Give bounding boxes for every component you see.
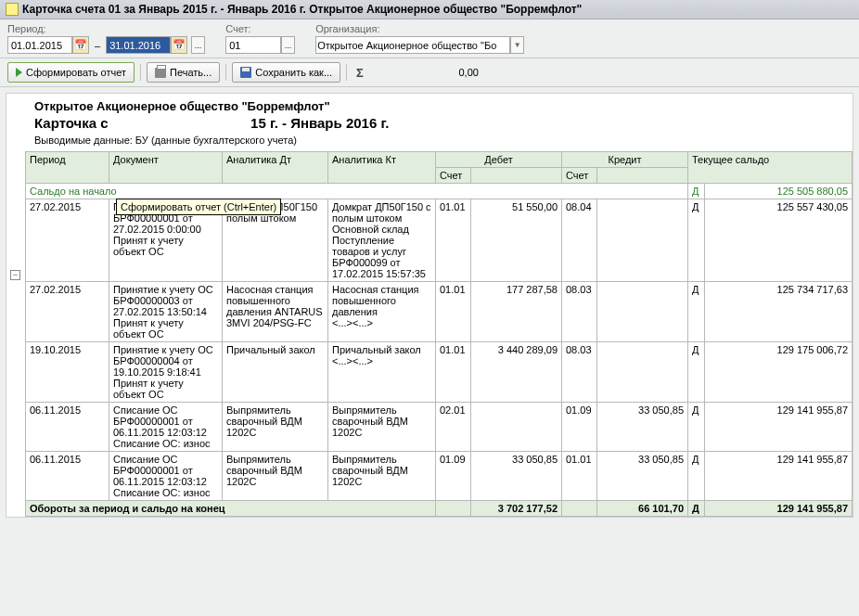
col-balance: Текущее сальдо: [688, 152, 853, 184]
filter-bar: Период: 📅 – 📅 ... Счет: ... Организация:…: [0, 19, 859, 58]
org-label: Организация:: [315, 23, 524, 34]
calendar-icon[interactable]: 📅: [72, 36, 89, 54]
start-balance-dk: Д: [688, 184, 705, 199]
save-as-button[interactable]: Сохранить как...: [232, 62, 340, 83]
separator: [225, 64, 226, 81]
period-label: Период:: [7, 23, 205, 34]
separator: [140, 64, 141, 81]
col-an-dt: Аналитика Дт: [223, 152, 328, 184]
print-button[interactable]: Печать...: [147, 62, 220, 83]
save-as-label: Сохранить как...: [255, 67, 332, 78]
report-area: Сформировать отчет (Ctrl+Enter) Открытое…: [6, 93, 853, 518]
col-period: Период: [26, 152, 109, 184]
dash: –: [93, 40, 102, 51]
col-credit-acct: Счет: [562, 168, 597, 184]
window-icon: [6, 3, 19, 16]
table-row[interactable]: 19.10.2015Принятие к учету ОС БРФ0000000…: [26, 342, 853, 403]
col-credit-amt: [597, 168, 688, 184]
table-row[interactable]: 27.02.2015Принятие к учету ОС БРФ0000000…: [26, 282, 853, 342]
start-balance-row: Сальдо на начало Д 125 505 880,05: [26, 184, 853, 199]
title-bar: Карточка счета 01 за Январь 2015 г. - Ян…: [0, 0, 859, 19]
account-label: Счет:: [225, 23, 295, 34]
calendar-icon[interactable]: 📅: [171, 36, 187, 54]
collapse-button[interactable]: −: [10, 270, 20, 280]
account-input[interactable]: [225, 36, 281, 54]
period-picker-button[interactable]: ...: [191, 36, 205, 54]
save-icon: [240, 67, 251, 78]
tooltip: Сформировать отчет (Ctrl+Enter): [116, 199, 281, 215]
table-row[interactable]: 06.11.2015Списание ОС БРФ00000001 от 06.…: [26, 403, 853, 452]
table-row[interactable]: 06.11.2015Списание ОС БРФ00000001 от 06.…: [26, 452, 853, 501]
start-balance-amount: 125 505 880,05: [705, 184, 853, 199]
col-debit-amt: [471, 168, 562, 184]
account-picker-button[interactable]: ...: [281, 36, 295, 54]
toolbar: Сформировать отчет Печать... Сохранить к…: [0, 58, 859, 87]
report-org: Открытое Акционерное общество "Борремфло…: [34, 99, 825, 113]
report-header: Открытое Акционерное общество "Борремфло…: [6, 94, 853, 151]
totals-row: Обороты за период и сальдо на конец3 702…: [26, 501, 853, 517]
separator: [346, 64, 347, 81]
window-title: Карточка счета 01 за Январь 2015 г. - Ян…: [22, 3, 582, 16]
date-to-input[interactable]: [106, 36, 171, 54]
form-report-button[interactable]: Сформировать отчет: [7, 62, 135, 83]
play-icon: [16, 68, 22, 77]
toolbar-total: 0,00: [371, 67, 482, 78]
print-label: Печать...: [170, 67, 212, 78]
start-balance-label: Сальдо на начало: [26, 184, 688, 199]
date-from-input[interactable]: [7, 36, 72, 54]
chevron-down-icon[interactable]: ▼: [510, 36, 524, 54]
col-document: Документ: [109, 152, 223, 184]
col-an-kt: Аналитика Кт: [328, 152, 436, 184]
report-subtitle: Выводимые данные: БУ (данные бухгалтерск…: [34, 131, 825, 149]
report-title: Карточка счета 01 за Январь 2015 г. - Ян…: [34, 113, 825, 131]
col-credit: Кредит: [562, 152, 688, 168]
org-select[interactable]: [315, 36, 510, 54]
col-debit-acct: Счет: [436, 168, 471, 184]
sigma-icon: Σ: [353, 66, 367, 80]
col-debit: Дебет: [436, 152, 562, 168]
print-icon: [155, 68, 166, 78]
form-report-label: Сформировать отчет: [26, 67, 126, 78]
